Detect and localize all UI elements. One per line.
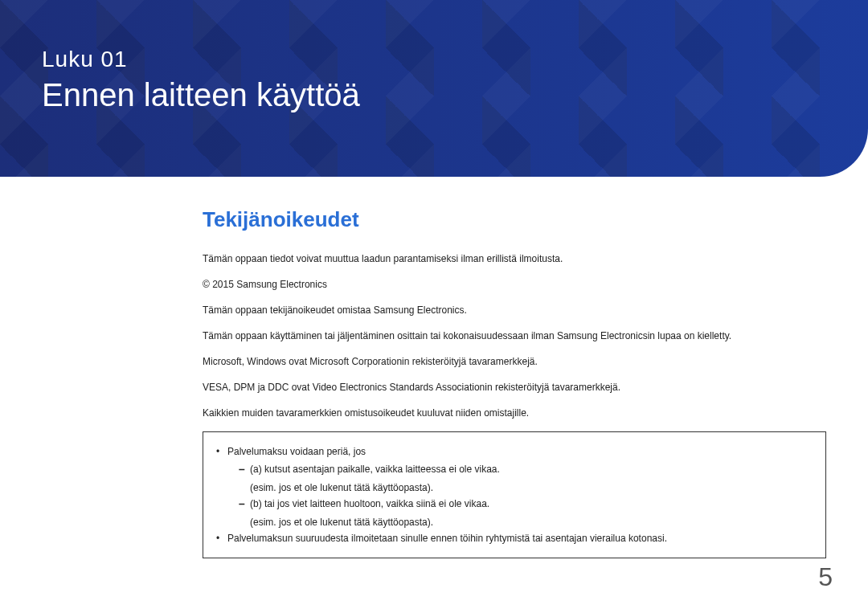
list-item: (esim. jos et ole lukenut tätä käyttöopa… — [216, 480, 813, 496]
list-item: (b) tai jos viet laitteen huoltoon, vaik… — [216, 496, 813, 512]
chapter-label: Luku 01 — [42, 47, 868, 72]
paragraph: Tämän oppaan käyttäminen tai jäljentämin… — [203, 329, 826, 343]
chapter-banner: Luku 01 Ennen laitteen käyttöä — [0, 0, 868, 177]
paragraph: Microsoft, Windows ovat Microsoft Corpor… — [203, 354, 826, 369]
paragraph: Tämän oppaan tiedot voivat muuttua laadu… — [203, 251, 826, 266]
paragraph: Tämän oppaan tekijänoikeudet omistaa Sam… — [203, 303, 826, 317]
notice-box: Palvelumaksu voidaan periä, jos (a) kuts… — [203, 431, 826, 558]
content-area: Tekijänoikeudet Tämän oppaan tiedot voiv… — [0, 177, 868, 558]
paragraph: Kaikkien muiden tavaramerkkien omistusoi… — [203, 406, 826, 420]
list-item: Palvelumaksu voidaan periä, jos — [216, 443, 813, 460]
chapter-title: Ennen laitteen käyttöä — [42, 77, 868, 113]
list-item: Palvelumaksun suuruudesta ilmoitetaan si… — [216, 530, 813, 546]
list-item: (a) kutsut asentajan paikalle, vaikka la… — [216, 461, 813, 477]
list-item: (esim. jos et ole lukenut tätä käyttöopa… — [216, 514, 813, 530]
paragraph: © 2015 Samsung Electronics — [203, 277, 826, 292]
page-number: 5 — [818, 562, 833, 592]
paragraph: VESA, DPM ja DDC ovat Video Electronics … — [203, 380, 826, 394]
section-heading: Tekijänoikeudet — [203, 207, 826, 232]
